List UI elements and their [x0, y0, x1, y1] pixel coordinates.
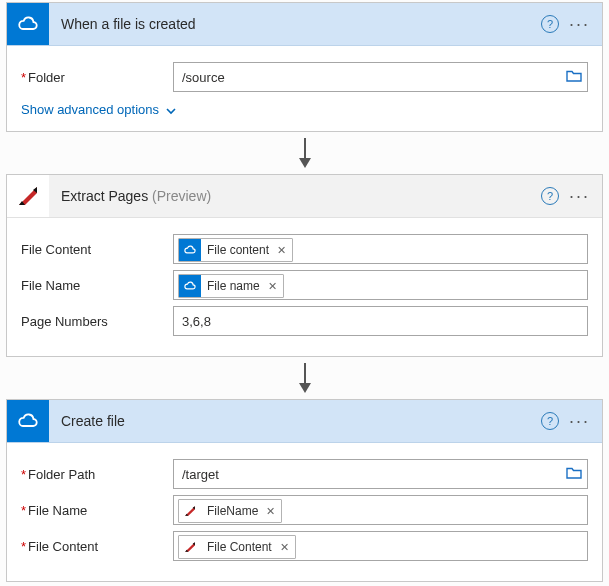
more-menu-icon[interactable]: ···	[569, 187, 590, 205]
remove-token-icon[interactable]: ✕	[262, 505, 281, 518]
remove-token-icon[interactable]: ✕	[273, 244, 292, 257]
page-numbers-label: Page Numbers	[21, 314, 173, 329]
file-content-input[interactable]: File content ✕	[173, 234, 588, 264]
show-advanced-options-link[interactable]: Show advanced options	[21, 102, 175, 117]
folder-path-label: *Folder Path	[21, 467, 173, 482]
folder-label: *Folder	[21, 70, 173, 85]
folder-picker-icon[interactable]	[566, 466, 582, 483]
help-icon[interactable]: ?	[541, 412, 559, 430]
file-content-token[interactable]: File content ✕	[178, 238, 293, 262]
extract-pages-icon	[7, 175, 49, 217]
file-name-token[interactable]: File name ✕	[178, 274, 284, 298]
file-name-input[interactable]: File name ✕	[173, 270, 588, 300]
file-content-label: File Content	[21, 242, 173, 257]
file-name-input[interactable]: FileName ✕	[173, 495, 588, 525]
remove-token-icon[interactable]: ✕	[276, 541, 295, 554]
more-menu-icon[interactable]: ···	[569, 15, 590, 33]
step2-header[interactable]: Extract Pages (Preview) ? ···	[7, 175, 602, 218]
flow-arrow-1	[6, 138, 603, 170]
onedrive-icon	[179, 239, 201, 261]
step-extract-pages: Extract Pages (Preview) ? ··· File Conte…	[6, 174, 603, 357]
folder-path-input[interactable]	[173, 459, 588, 489]
folder-input[interactable]	[173, 62, 588, 92]
file-content-label: *File Content	[21, 539, 173, 554]
page-numbers-input[interactable]	[173, 306, 588, 336]
flow-arrow-2	[6, 363, 603, 395]
more-menu-icon[interactable]: ···	[569, 412, 590, 430]
step2-title: Extract Pages (Preview)	[49, 188, 541, 204]
step-create-file: Create file ? ··· *Folder Path *File Nam…	[6, 399, 603, 582]
chevron-down-icon	[165, 105, 175, 115]
help-icon[interactable]: ?	[541, 187, 559, 205]
step-when-file-created: When a file is created ? ··· *Folder Sho…	[6, 2, 603, 132]
step3-title: Create file	[49, 413, 541, 429]
step3-header[interactable]: Create file ? ···	[7, 400, 602, 443]
extract-pages-icon	[179, 500, 201, 522]
onedrive-icon	[179, 275, 201, 297]
onedrive-icon	[7, 400, 49, 442]
step1-header[interactable]: When a file is created ? ···	[7, 3, 602, 46]
step1-title: When a file is created	[49, 16, 541, 32]
extract-pages-icon	[179, 536, 201, 558]
file-name-label: File Name	[21, 278, 173, 293]
file-name-token[interactable]: FileName ✕	[178, 499, 282, 523]
file-content-input[interactable]: File Content ✕	[173, 531, 588, 561]
file-name-label: *File Name	[21, 503, 173, 518]
folder-picker-icon[interactable]	[566, 69, 582, 86]
help-icon[interactable]: ?	[541, 15, 559, 33]
remove-token-icon[interactable]: ✕	[264, 280, 283, 293]
file-content-token[interactable]: File Content ✕	[178, 535, 296, 559]
onedrive-icon	[7, 3, 49, 45]
